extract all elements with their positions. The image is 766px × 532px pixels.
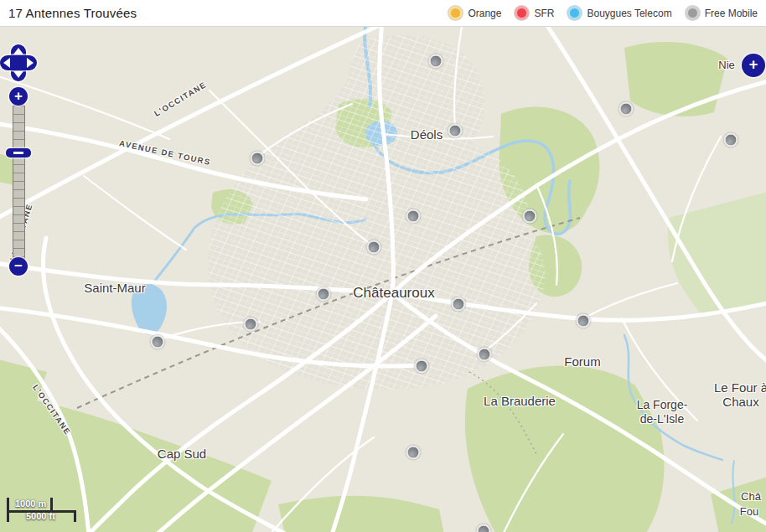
- antenna-marker[interactable]: [415, 359, 429, 374]
- antenna-marker[interactable]: [724, 133, 738, 147]
- antenna-map-app: 17 Antennes Trouvées OrangeSFRBouygues T…: [0, 0, 766, 532]
- zoom-slider-track[interactable]: [13, 106, 25, 260]
- antenna-marker[interactable]: [406, 209, 421, 224]
- scale-metric-label: 1000 m: [15, 498, 46, 509]
- legend-item-label: Free Mobile: [705, 8, 758, 19]
- header: 17 Antennes Trouvées OrangeSFRBouygues T…: [0, 0, 766, 27]
- scale-imperial-label: 5000 ft: [26, 511, 55, 521]
- antenna-marker[interactable]: [429, 54, 443, 69]
- page-title: 17 Antennes Trouvées: [8, 6, 137, 20]
- basemap: [0, 27, 766, 532]
- operator-dot-icon: [686, 6, 700, 20]
- pan-control[interactable]: [0, 44, 37, 81]
- antenna-marker[interactable]: [523, 209, 537, 224]
- pan-left-icon[interactable]: [3, 58, 10, 68]
- antenna-marker[interactable]: [448, 124, 463, 138]
- legend-item-sfr[interactable]: SFR: [515, 6, 554, 20]
- antenna-marker[interactable]: [367, 240, 381, 255]
- antenna-marker[interactable]: [619, 102, 634, 116]
- antenna-marker[interactable]: [406, 446, 421, 460]
- pan-up-icon[interactable]: [13, 48, 23, 54]
- zoom-in-button[interactable]: +: [9, 87, 28, 106]
- legend-item-bouygues-telecom[interactable]: Bouygues Telecom: [567, 6, 671, 20]
- antenna-marker[interactable]: [477, 524, 491, 532]
- antenna-marker[interactable]: [478, 348, 492, 362]
- scale-bar-tick-imperial: [74, 510, 76, 522]
- cluster-plus-button[interactable]: +: [742, 54, 765, 77]
- legend-item-free-mobile[interactable]: Free Mobile: [686, 6, 758, 20]
- operator-dot-icon: [448, 6, 463, 20]
- legend-item-orange[interactable]: Orange: [448, 6, 501, 20]
- antenna-marker[interactable]: [251, 152, 265, 166]
- legend-item-label: SFR: [534, 8, 554, 19]
- zoom-slider-handle[interactable]: [6, 148, 31, 158]
- scale-bar-tick-left: [7, 498, 9, 522]
- antenna-marker[interactable]: [317, 287, 331, 302]
- pan-right-icon[interactable]: [27, 58, 34, 68]
- antenna-marker[interactable]: [244, 318, 258, 332]
- zoom-out-button[interactable]: −: [9, 257, 28, 276]
- legend: OrangeSFRBouygues TelecomFree Mobile: [448, 6, 758, 20]
- antenna-marker[interactable]: [452, 297, 466, 312]
- antenna-marker[interactable]: [151, 335, 165, 349]
- scale-bar: 1000 m 5000 ft: [7, 498, 79, 522]
- legend-item-label: Orange: [468, 8, 501, 19]
- antenna-marker[interactable]: [577, 314, 591, 328]
- operator-dot-icon: [567, 6, 582, 20]
- map-canvas[interactable]: L'OCCITANEAVENUE DE TOURSL'OCCITANEL'OCC…: [0, 27, 766, 532]
- operator-dot-icon: [515, 6, 529, 20]
- legend-item-label: Bouygues Telecom: [587, 8, 671, 19]
- pan-down-icon[interactable]: [13, 71, 23, 78]
